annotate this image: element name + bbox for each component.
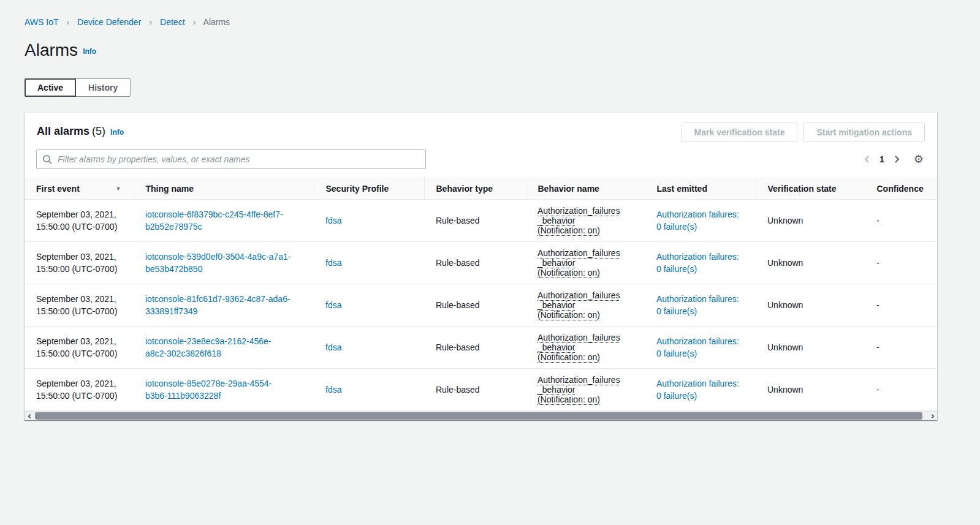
behavior-type-value: Rule-based xyxy=(436,258,480,268)
behavior-type-value: Rule-based xyxy=(436,385,480,395)
table-toolbar: 1 ⚙ xyxy=(25,145,937,178)
security-profile-cell: fdsa xyxy=(314,200,424,242)
last-emitted-link[interactable]: Authorization failures: 0 failure(s) xyxy=(656,251,742,275)
page-title: AlarmsInfo xyxy=(25,40,980,61)
table-header-row: First event ▼ Thing name Security Profil… xyxy=(25,178,937,200)
security-profile-link[interactable]: fdsa xyxy=(325,258,341,268)
breadcrumb-link-aws-iot[interactable]: AWS IoT xyxy=(25,17,58,27)
view-tabs: Active History xyxy=(25,78,131,97)
pagination-previous-button[interactable] xyxy=(860,152,875,167)
first-event-cell: September 03, 2021, 15:50:00 (UTC-0700) xyxy=(25,369,134,411)
breadcrumb-link-detect[interactable]: Detect xyxy=(160,17,184,27)
panel-heading: All alarms(5)Info xyxy=(37,125,124,138)
panel-count: (5) xyxy=(92,125,105,137)
behavior-name-tooltip-trigger[interactable]: Authorization_failures_behavior (Notific… xyxy=(537,206,623,235)
first-event-value: September 03, 2021, 15:50:00 (UTC-0700) xyxy=(36,294,117,316)
last-emitted-cell: Authorization failures: 0 failure(s) xyxy=(645,369,756,411)
behavior-type-cell: Rule-based xyxy=(424,284,526,327)
verification-state-cell: Unknown xyxy=(756,284,865,327)
thing-name-cell: iotconsole-85e0278e-29aa-4554-b3b6-111b9… xyxy=(134,369,314,411)
security-profile-link[interactable]: fdsa xyxy=(325,300,341,310)
last-emitted-cell: Authorization failures: 0 failure(s) xyxy=(645,327,756,369)
column-header-label: Verification state xyxy=(768,184,837,194)
pagination-page-1[interactable]: 1 xyxy=(875,154,889,164)
verification-state-value: Unknown xyxy=(767,300,803,310)
column-header-confidence[interactable]: Confidence xyxy=(865,178,937,200)
behavior-name-tooltip-trigger[interactable]: Authorization_failures_behavior (Notific… xyxy=(537,333,623,362)
thing-name-cell: iotconsole-539d0ef0-3504-4a9c-a7a1-be53b… xyxy=(134,242,314,284)
first-event-value: September 03, 2021, 15:50:00 (UTC-0700) xyxy=(36,379,117,401)
tab-history[interactable]: History xyxy=(75,78,131,97)
column-header-label: Behavior name xyxy=(538,184,599,194)
first-event-cell: September 03, 2021, 15:50:00 (UTC-0700) xyxy=(25,200,134,242)
confidence-cell: - xyxy=(865,369,937,411)
behavior-type-cell: Rule-based xyxy=(424,327,526,369)
mark-verification-state-button[interactable]: Mark verification state xyxy=(682,123,798,142)
panel-header: All alarms(5)Info Mark verification stat… xyxy=(25,113,937,145)
behavior-name-cell: Authorization_failures_behavior (Notific… xyxy=(526,327,645,369)
column-header-verification-state[interactable]: Verification state xyxy=(756,178,865,200)
confidence-cell: - xyxy=(865,327,937,369)
column-header-behavior-name[interactable]: Behavior name xyxy=(526,178,645,200)
behavior-name-tooltip-trigger[interactable]: Authorization_failures_behavior (Notific… xyxy=(537,375,623,404)
sort-descending-icon[interactable]: ▼ xyxy=(116,183,121,195)
scrollbar-thumb[interactable] xyxy=(35,412,922,420)
horizontal-scrollbar[interactable] xyxy=(25,411,937,420)
thing-name-link[interactable]: iotconsole-85e0278e-29aa-4554-b3b6-111b9… xyxy=(145,377,291,402)
behavior-type-value: Rule-based xyxy=(436,300,480,310)
column-header-first-event[interactable]: First event ▼ xyxy=(25,178,134,200)
breadcrumb-link-device-defender[interactable]: Device Defender xyxy=(77,17,141,27)
breadcrumb-current: Alarms xyxy=(203,17,230,27)
preferences-gear-icon[interactable]: ⚙ xyxy=(913,153,925,166)
first-event-cell: September 03, 2021, 15:50:00 (UTC-0700) xyxy=(25,327,134,369)
behavior-type-value: Rule-based xyxy=(436,216,480,225)
table-row: September 03, 2021, 15:50:00 (UTC-0700) … xyxy=(25,369,937,411)
security-profile-link[interactable]: fdsa xyxy=(325,216,341,225)
thing-name-link[interactable]: iotconsole-6f8379bc-c245-4ffe-8ef7-b2b52… xyxy=(145,208,291,233)
column-header-last-emitted[interactable]: Last emitted xyxy=(645,178,756,200)
behavior-name-tooltip-trigger[interactable]: Authorization_failures_behavior (Notific… xyxy=(537,290,623,320)
behavior-name-value: Authorization_failures_behavior xyxy=(537,375,620,395)
last-emitted-link[interactable]: Authorization failures: 0 failure(s) xyxy=(656,335,742,360)
table-row: September 03, 2021, 15:50:00 (UTC-0700) … xyxy=(25,200,937,242)
column-header-thing-name[interactable]: Thing name xyxy=(134,178,314,200)
column-header-security-profile[interactable]: Security Profile xyxy=(314,178,424,200)
first-event-cell: September 03, 2021, 15:50:00 (UTC-0700) xyxy=(25,242,134,284)
behavior-type-cell: Rule-based xyxy=(424,369,526,411)
pagination-next-button[interactable] xyxy=(889,152,904,167)
panel-info-link[interactable]: Info xyxy=(110,128,124,137)
last-emitted-cell: Authorization failures: 0 failure(s) xyxy=(645,242,756,284)
security-profile-link[interactable]: fdsa xyxy=(325,342,341,352)
page-info-link[interactable]: Info xyxy=(83,47,96,56)
security-profile-cell: fdsa xyxy=(314,369,424,411)
column-header-label: Confidence xyxy=(877,184,924,194)
behavior-name-value: Authorization_failures_behavior xyxy=(537,206,620,225)
security-profile-link[interactable]: fdsa xyxy=(325,385,341,395)
security-profile-cell: fdsa xyxy=(314,327,424,369)
column-header-label: Last emitted xyxy=(657,184,707,194)
last-emitted-link[interactable]: Authorization failures: 0 failure(s) xyxy=(656,377,742,402)
scroll-right-button[interactable] xyxy=(927,412,937,420)
thing-name-link[interactable]: iotconsole-81fc61d7-9362-4c87-ada6-33389… xyxy=(145,293,291,317)
breadcrumb: AWS IoT › Device Defender › Detect › Ala… xyxy=(0,0,980,27)
confidence-value: - xyxy=(876,342,879,352)
scroll-left-button[interactable] xyxy=(25,412,34,420)
verification-state-value: Unknown xyxy=(767,258,803,268)
last-emitted-link[interactable]: Authorization failures: 0 failure(s) xyxy=(656,293,742,317)
thing-name-link[interactable]: iotconsole-23e8ec9a-2162-456e-a8c2-302c3… xyxy=(145,335,291,360)
behavior-type-cell: Rule-based xyxy=(424,200,526,242)
thing-name-link[interactable]: iotconsole-539d0ef0-3504-4a9c-a7a1-be53b… xyxy=(145,251,291,275)
behavior-name-tooltip-trigger[interactable]: Authorization_failures_behavior (Notific… xyxy=(537,248,623,278)
first-event-value: September 03, 2021, 15:50:00 (UTC-0700) xyxy=(36,336,117,358)
column-header-behavior-type[interactable]: Behavior type xyxy=(424,178,526,200)
start-mitigation-actions-button[interactable]: Start mitigation actions xyxy=(803,123,925,142)
pagination: 1 ⚙ xyxy=(860,152,925,167)
filter-alarms-input[interactable] xyxy=(36,149,426,169)
tab-active[interactable]: Active xyxy=(25,78,76,97)
verification-state-cell: Unknown xyxy=(756,327,865,369)
panel-actions: Mark verification state Start mitigation… xyxy=(682,123,925,142)
verification-state-cell: Unknown xyxy=(756,242,865,284)
behavior-type-cell: Rule-based xyxy=(424,242,526,284)
scrollbar-track[interactable] xyxy=(34,412,927,420)
last-emitted-link[interactable]: Authorization failures: 0 failure(s) xyxy=(656,208,742,233)
